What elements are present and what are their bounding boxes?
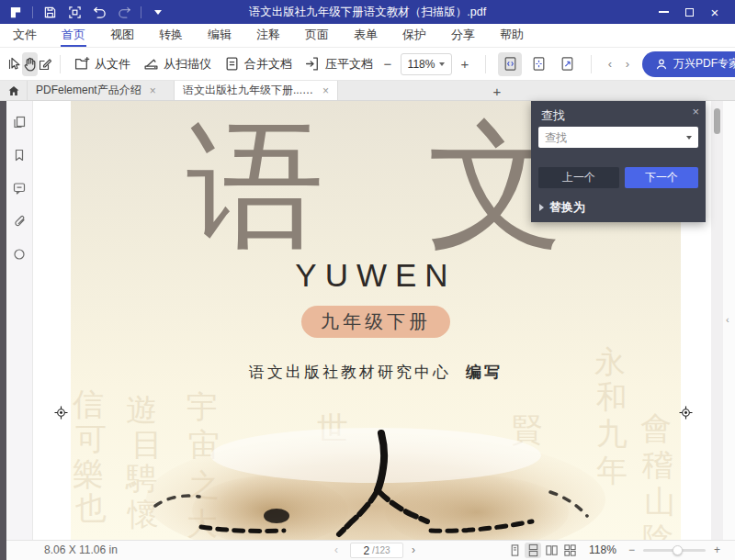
tab-close-icon[interactable]: × (150, 85, 156, 96)
merge-doc-button[interactable]: 合并文档 (218, 52, 299, 76)
registration-mark-left-icon (54, 406, 68, 420)
replace-label: 替换为 (549, 199, 585, 216)
author-suffix: 编写 (466, 363, 503, 381)
statusbar-zoom-in-button[interactable]: + (714, 541, 720, 560)
scrollbar-thumb[interactable] (714, 108, 720, 134)
from-scanner-label: 从扫描仪 (164, 56, 211, 73)
publisher-line: 语文出版社教材研究中心编写 (71, 362, 681, 383)
attachments-panel-icon[interactable] (9, 211, 29, 231)
window-title: 语文出版社九年级下册语文教材（扫描版）.pdf (92, 5, 643, 20)
registration-mark-right-icon (679, 406, 693, 420)
menu-protect[interactable]: 保护 (401, 24, 427, 47)
zoom-slider-handle[interactable] (673, 545, 683, 555)
save-icon[interactable] (41, 4, 58, 20)
toolbar-scroll-left-icon[interactable]: ‹ (604, 57, 616, 71)
maximize-button[interactable] (676, 0, 702, 24)
book-title-char-left: 语 (187, 103, 324, 268)
menu-share[interactable]: 分享 (450, 24, 476, 47)
find-panel-title: 查找 (541, 107, 565, 124)
chevron-down-icon (439, 62, 445, 66)
new-tab-button[interactable]: + (487, 81, 507, 101)
replace-expander[interactable]: 替换为 (539, 199, 585, 216)
left-panel-edge (0, 101, 6, 560)
from-file-button[interactable]: 从文件 (68, 52, 137, 76)
tab-product-intro[interactable]: PDFelement产品介绍 × (28, 81, 175, 100)
statusbar: 8.06 X 11.06 in ‹ 2 /123 › (0, 540, 735, 560)
edit-tool-button[interactable] (38, 52, 52, 76)
person-icon (655, 58, 668, 71)
background-calligraphy-char: 信 (73, 384, 104, 426)
search-panel-icon[interactable] (9, 244, 29, 264)
panel-collapse-icon[interactable]: ‹ (726, 314, 729, 325)
total-pages-label: /123 (372, 545, 390, 555)
minimize-button[interactable] (650, 0, 676, 24)
find-panel: 查找 × 上一个 下一个 替换为 (531, 101, 706, 222)
two-page-view-icon[interactable] (543, 543, 560, 558)
menu-form[interactable]: 表单 (353, 24, 379, 47)
continuous-view-icon[interactable] (525, 543, 541, 558)
pdf-expert-button[interactable]: 万兴PDF专家 (642, 51, 735, 77)
menu-page[interactable]: 页面 (304, 24, 330, 47)
menu-help[interactable]: 帮助 (499, 24, 525, 47)
page-number-input[interactable]: 2 /123 (350, 543, 403, 558)
zoom-level-value: 118% (408, 58, 435, 71)
statusbar-zoom-out-button[interactable]: − (628, 541, 635, 560)
fit-page-button[interactable] (526, 52, 550, 76)
background-calligraphy-char: 樂 (73, 454, 104, 496)
background-calligraphy-char: 會 (640, 408, 672, 450)
grade-badge: 九年级下册 (301, 306, 450, 338)
toolbar-scroll-right-icon[interactable]: › (621, 57, 634, 71)
customize-toolbar-dropdown-icon[interactable] (150, 4, 166, 20)
zoom-level-select[interactable]: 118% (401, 53, 452, 75)
undo-icon[interactable] (91, 4, 107, 20)
home-icon (7, 84, 20, 97)
menu-comment[interactable]: 注释 (255, 24, 281, 47)
background-calligraphy-char: 也 (75, 487, 107, 530)
close-button[interactable]: × (702, 0, 728, 24)
from-scanner-button[interactable]: 从扫描仪 (137, 52, 218, 76)
bookmarks-panel-icon[interactable] (9, 145, 29, 165)
snapshot-icon[interactable] (66, 4, 83, 20)
find-panel-close-icon[interactable]: × (692, 105, 699, 118)
flatten-doc-label: 压平文档 (325, 56, 373, 73)
menu-convert[interactable]: 转换 (158, 24, 184, 47)
vertical-scrollbar[interactable] (711, 101, 723, 540)
zoom-in-button[interactable]: + (457, 56, 473, 72)
find-input[interactable] (538, 127, 698, 148)
tab-current-document[interactable]: 语文出版社九年级下册...扫描版） × (175, 81, 338, 100)
toolbar-divider (485, 55, 486, 73)
single-page-view-icon[interactable] (506, 543, 523, 558)
next-page-button[interactable]: › (412, 541, 415, 560)
thumbnails-panel-icon[interactable] (9, 112, 29, 132)
expand-arrow-icon (539, 204, 544, 211)
fit-width-button[interactable] (498, 52, 522, 76)
menu-home[interactable]: 首页 (61, 24, 86, 47)
previous-page-button[interactable]: ‹ (334, 541, 338, 560)
publisher-name: 语文出版社教材研究中心 (249, 363, 451, 381)
zoom-slider[interactable] (643, 549, 706, 552)
menubar: 文件 首页 视图 转换 编辑 注释 页面 表单 保护 分享 帮助 (0, 24, 735, 48)
tab-close-icon[interactable]: × (322, 85, 329, 96)
toolbar: 从文件 从扫描仪 合并文档 压平文档 − 118% + (0, 48, 735, 81)
find-next-button[interactable]: 下一个 (625, 167, 698, 188)
menu-file[interactable]: 文件 (12, 24, 38, 47)
grid-view-icon[interactable] (561, 543, 578, 558)
titlebar: 语文出版社九年级下册语文教材（扫描版）.pdf × (0, 0, 735, 24)
current-page-value: 2 (363, 544, 369, 557)
redo-icon[interactable] (116, 4, 132, 20)
window-controls: × (650, 0, 728, 24)
zoom-out-button[interactable]: − (379, 56, 396, 72)
find-input-dropdown-icon[interactable] (686, 136, 692, 140)
app-window: 语文出版社九年级下册语文教材（扫描版）.pdf × 文件 首页 视图 转换 编辑… (0, 0, 735, 560)
comments-panel-icon[interactable] (9, 178, 29, 198)
hand-tool-button[interactable] (22, 52, 38, 76)
home-tab-button[interactable] (0, 81, 28, 100)
menu-edit[interactable]: 编辑 (207, 24, 232, 47)
flatten-doc-button[interactable]: 压平文档 (299, 52, 379, 76)
background-calligraphy-char: 稽 (642, 444, 673, 487)
find-previous-button[interactable]: 上一个 (538, 167, 619, 188)
menu-view[interactable]: 视图 (109, 24, 135, 47)
select-tool-button[interactable] (7, 52, 22, 76)
actual-size-button[interactable] (555, 52, 579, 76)
navigation-sidebar (6, 101, 33, 540)
